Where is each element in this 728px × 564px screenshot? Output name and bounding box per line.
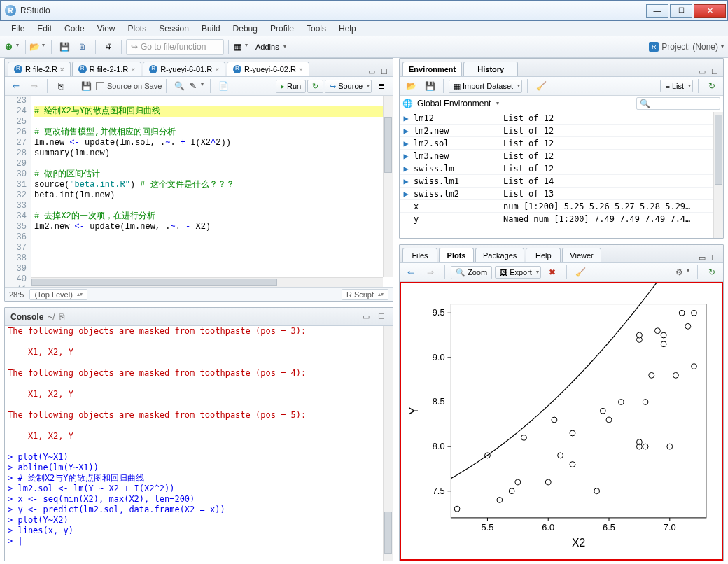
env-row[interactable]: ▶swiss.lm2List of 13	[400, 188, 713, 200]
environment-scope-selector[interactable]: Global Environment	[416, 98, 500, 109]
goto-file-input[interactable]: ↪ Go to file/function	[126, 39, 224, 55]
pane-minimize-icon[interactable]: ▭	[696, 253, 708, 262]
env-vscrollbar[interactable]	[713, 112, 723, 238]
menu-view[interactable]: View	[92, 22, 121, 35]
back-button[interactable]: ⇐	[8, 78, 24, 94]
export-button[interactable]: 🖼 Export	[495, 266, 541, 279]
print-button[interactable]: 🖨	[100, 39, 117, 55]
env-row[interactable]: ▶swiss.lm1List of 14	[400, 175, 713, 188]
source-on-save-checkbox[interactable]	[96, 82, 104, 90]
menu-edit[interactable]: Edit	[31, 22, 57, 35]
tab-history[interactable]: History	[463, 62, 518, 76]
remove-plot-button[interactable]: ✖	[544, 265, 561, 280]
close-tab-icon[interactable]: ×	[215, 66, 219, 73]
pane-maximize-icon[interactable]: ☐	[379, 66, 390, 76]
expand-icon[interactable]: ▶	[400, 176, 412, 186]
new-file-button[interactable]: ⊕	[4, 39, 21, 55]
menu-help[interactable]: Help	[333, 22, 362, 35]
expand-icon[interactable]	[400, 202, 412, 211]
tab-packages[interactable]: Packages	[475, 248, 524, 262]
compile-report-button[interactable]: 📄	[215, 78, 232, 94]
source-tab[interactable]: R file-2-1.R×	[72, 62, 141, 76]
refresh-plot-button[interactable]: ↻	[704, 265, 720, 280]
expand-icon[interactable]: ▶	[400, 164, 412, 174]
code-editor[interactable]: 23242526272829303132333435363738394041 #…	[5, 96, 393, 287]
source-tab[interactable]: R-yueyi-6-01.R×	[143, 62, 225, 76]
tab-viewer[interactable]: Viewer	[562, 248, 601, 262]
expand-icon[interactable]: ▶	[400, 139, 412, 148]
menu-file[interactable]: File	[6, 22, 30, 35]
grid-button[interactable]: ▦	[233, 39, 250, 55]
save-all-button[interactable]: 🗎	[74, 39, 91, 55]
tab-environment[interactable]: Environment	[402, 62, 462, 76]
env-row[interactable]: ▶lm2.newList of 12	[400, 125, 713, 137]
outline-button[interactable]: ≣	[373, 78, 390, 94]
pane-minimize-icon[interactable]: ▭	[366, 66, 377, 76]
next-plot-button[interactable]: ⇒	[422, 265, 439, 280]
menu-debug[interactable]: Debug	[227, 22, 263, 35]
wand-button[interactable]: ✎	[189, 78, 206, 94]
env-row[interactable]: ▶lm3.newList of 12	[400, 150, 713, 162]
source-tab[interactable]: R-yueyi-6-02.R×	[227, 62, 309, 76]
env-row[interactable]: ▶swiss.lmList of 12	[400, 162, 713, 175]
save-button[interactable]: 💾	[56, 39, 73, 55]
env-row[interactable]: yNamed num [1:200] 7.49 7.49 7.49 7.4…	[400, 213, 713, 225]
env-row[interactable]: ▶lm12List of 12	[400, 112, 713, 125]
pane-maximize-icon[interactable]: ☐	[376, 312, 387, 322]
env-row[interactable]: ▶lm2.solList of 12	[400, 137, 713, 150]
tab-help[interactable]: Help	[526, 248, 561, 262]
pane-minimize-icon[interactable]: ▭	[696, 66, 708, 76]
save-workspace-button[interactable]: 💾	[421, 78, 438, 94]
menu-build[interactable]: Build	[196, 22, 226, 35]
run-button[interactable]: ▸Run	[276, 80, 306, 93]
env-row[interactable]: xnum [1:200] 5.25 5.26 5.27 5.28 5.29…	[400, 200, 713, 213]
editor-hscrollbar[interactable]	[31, 277, 383, 287]
rerun-button[interactable]: ↻	[307, 80, 323, 93]
expand-icon[interactable]	[400, 214, 412, 224]
menu-plots[interactable]: Plots	[122, 22, 153, 35]
menu-tools[interactable]: Tools	[301, 22, 332, 35]
save-current-button[interactable]: 💾	[78, 78, 94, 94]
close-button[interactable]: ✕	[694, 4, 726, 18]
minimize-button[interactable]: —	[646, 4, 668, 18]
console-vscrollbar[interactable]	[383, 326, 393, 561]
scope-selector[interactable]: (Top Level)▴▾	[29, 289, 87, 300]
clear-workspace-button[interactable]: 🧹	[533, 78, 550, 94]
pane-maximize-icon[interactable]: ☐	[709, 66, 720, 76]
tab-files[interactable]: Files	[402, 248, 438, 262]
prev-plot-button[interactable]: ⇐	[402, 265, 419, 280]
menu-code[interactable]: Code	[59, 22, 90, 35]
import-dataset-button[interactable]: ▦ Import Dataset	[449, 80, 522, 93]
file-type-selector[interactable]: R Script▴▾	[342, 289, 388, 300]
pane-minimize-icon[interactable]: ▭	[360, 312, 372, 322]
find-button[interactable]: 🔍	[171, 78, 188, 94]
expand-icon[interactable]: ▶	[400, 189, 412, 199]
editor-vscrollbar[interactable]	[383, 96, 393, 277]
forward-button[interactable]: ⇒	[26, 78, 43, 94]
project-menu[interactable]: R Project: (None) ▾	[649, 42, 724, 52]
load-workspace-button[interactable]: 📂	[402, 78, 419, 94]
close-tab-icon[interactable]: ×	[60, 66, 64, 73]
open-file-button[interactable]: 📂	[30, 39, 47, 55]
pane-maximize-icon[interactable]: ☐	[709, 253, 720, 262]
expand-icon[interactable]: ▶	[400, 126, 412, 136]
menu-profile[interactable]: Profile	[265, 22, 300, 35]
addins-menu[interactable]: Addins	[251, 41, 288, 52]
tab-plots[interactable]: Plots	[439, 248, 474, 262]
close-tab-icon[interactable]: ×	[131, 66, 135, 73]
menu-session[interactable]: Session	[153, 22, 195, 35]
close-tab-icon[interactable]: ×	[299, 66, 303, 73]
console-popout-icon[interactable]: ⎘	[59, 312, 64, 322]
maximize-button[interactable]: ☐	[670, 4, 692, 18]
source-button[interactable]: ↪Source	[325, 80, 372, 93]
expand-icon[interactable]: ▶	[400, 113, 412, 123]
expand-icon[interactable]: ▶	[400, 151, 412, 161]
clear-plots-button[interactable]: 🧹	[573, 265, 589, 280]
source-tab[interactable]: R file-2.R×	[8, 62, 71, 76]
list-view-button[interactable]: ≡ List	[660, 80, 693, 92]
console-output[interactable]: The following objects are masked from to…	[8, 326, 383, 561]
plot-gear-button[interactable]: ⚙	[675, 265, 692, 280]
refresh-env-button[interactable]: ↻	[704, 78, 720, 94]
zoom-button[interactable]: 🔍Zoom	[451, 266, 492, 279]
vertical-splitter[interactable]	[393, 58, 399, 564]
